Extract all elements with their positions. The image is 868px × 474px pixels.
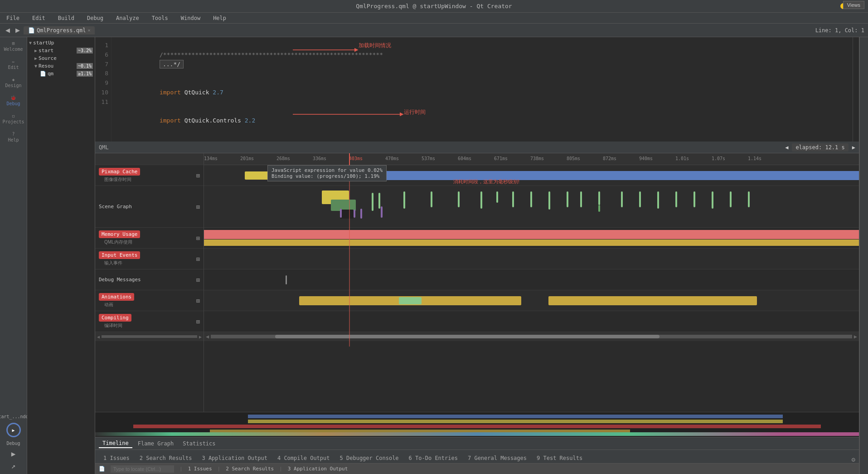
timeline-content: Pixmap Cache 图像缓存时间 ⊞ Scene Graph ⊞ bbox=[95, 153, 859, 412]
profiler-tab[interactable]: QML bbox=[99, 144, 109, 151]
tab-todo[interactable]: 6 To-Do Entries bbox=[404, 453, 462, 463]
memory-expand[interactable]: ⊞ bbox=[196, 235, 200, 242]
project-tree: ▼ startUp ▶ start ~3.2% ▶ Source ▼ Resou bbox=[27, 37, 95, 79]
file-tab[interactable]: 📄 QmlProgress.qml ✕ bbox=[24, 26, 95, 34]
anim-label: Animations bbox=[99, 293, 134, 301]
track-label-input: Input Events 输入事件 ⊞ bbox=[95, 249, 204, 269]
center-column: 1 6 7 8 9 10 11 /***********************… bbox=[95, 37, 859, 474]
right-sidebar bbox=[859, 37, 868, 474]
menu-analyze[interactable]: Analyze bbox=[113, 14, 142, 22]
ruler-940: 940ms bbox=[639, 156, 653, 161]
scene-expand[interactable]: ⊞ bbox=[196, 203, 200, 210]
anim-bar-2 bbox=[548, 296, 757, 305]
tab-compile[interactable]: 4 Compile Output bbox=[273, 453, 335, 463]
locate-input[interactable] bbox=[111, 465, 174, 473]
tree-item-startup[interactable]: ▼ startUp bbox=[29, 39, 93, 47]
fold-button[interactable]: ...*/ bbox=[160, 60, 184, 68]
scene-vbar-9 bbox=[530, 191, 532, 207]
track-debug-msg bbox=[204, 269, 859, 290]
file-tab-close[interactable]: ✕ bbox=[87, 28, 90, 33]
arrow-left[interactable]: ◀ bbox=[785, 144, 788, 151]
ruler-101: 1.01s bbox=[675, 156, 689, 161]
track-pixmap bbox=[204, 165, 859, 186]
code-line-6: import QtQuick 2.7 bbox=[117, 78, 847, 107]
tab-search-results[interactable]: 2 Search Results bbox=[135, 453, 197, 463]
status-issues: 1 Issues bbox=[188, 466, 212, 472]
sidebar-item-edit[interactable]: ✏ Edit bbox=[8, 59, 19, 70]
ruler-114: 1.14s bbox=[748, 156, 761, 161]
overview-band-1 bbox=[248, 415, 783, 418]
menu-help[interactable]: Help bbox=[210, 14, 229, 22]
sidebar-item-welcome[interactable]: ⊞ Welcome bbox=[4, 41, 23, 52]
tab-flamegraph[interactable]: Flame Graph bbox=[134, 440, 177, 448]
nav-forward-button[interactable]: ▶ bbox=[14, 26, 22, 34]
compile-expand[interactable]: ⊞ bbox=[196, 318, 200, 325]
overview-band-2 bbox=[248, 420, 783, 423]
arrow-right[interactable]: ▶ bbox=[852, 144, 855, 151]
tab-timeline[interactable]: Timeline bbox=[99, 439, 132, 448]
track-memory bbox=[204, 228, 859, 249]
tree-item-qml[interactable]: 📄 qm bbox=[29, 70, 53, 78]
tree-item-resou[interactable]: ▼ Resou bbox=[29, 62, 53, 70]
menu-build[interactable]: Build bbox=[55, 14, 77, 22]
menu-bar: File Edit Build Debug Analyze Tools Wind… bbox=[0, 13, 868, 24]
sidebar-item-projects[interactable]: ◻ Projects bbox=[2, 113, 24, 124]
pixmap-expand[interactable]: ⊞ bbox=[196, 172, 200, 179]
scene-purple-1 bbox=[340, 209, 342, 218]
memory-sublabel: QML内存使用 bbox=[99, 239, 140, 245]
timeline-tracks[interactable]: 134ms 201ms 268ms 336ms 403ms 470ms 537m… bbox=[204, 153, 859, 412]
tab-settings-icon[interactable]: ⚙ bbox=[852, 456, 855, 463]
left-sidebar: ⊞ Welcome ✏ Edit ◈ Design 🐞 Debug ◻ Proj… bbox=[0, 37, 27, 474]
input-sublabel: 输入事件 bbox=[99, 260, 140, 266]
track-label-pixmap: Pixmap Cache 图像缓存时间 ⊞ bbox=[95, 165, 204, 186]
code-section: 1 6 7 8 9 10 11 /***********************… bbox=[95, 37, 859, 142]
tab-test[interactable]: 9 Test Results bbox=[532, 453, 587, 463]
tab-app-output[interactable]: 3 Application Output bbox=[197, 453, 272, 463]
h-scrollbar-thumb[interactable] bbox=[275, 335, 660, 338]
sidebar-item-help[interactable]: ? Help bbox=[8, 132, 19, 142]
ruler-201: 201ms bbox=[240, 156, 254, 161]
debug-label-row: Debug Messages bbox=[99, 277, 141, 283]
h-scrollbar[interactable]: ◀ ▶ bbox=[204, 332, 859, 341]
scene-vbar-13 bbox=[598, 191, 600, 205]
scene-vbar-6 bbox=[480, 191, 482, 209]
debug-circle-icon[interactable]: ▶ bbox=[6, 423, 21, 437]
tree-item-source[interactable]: ▶ Source bbox=[29, 54, 93, 62]
code-content[interactable]: /***************************************… bbox=[112, 37, 853, 142]
run-icon[interactable]: ▶ bbox=[11, 450, 16, 458]
sidebar-item-design[interactable]: ◈ Design bbox=[5, 77, 21, 88]
menu-edit[interactable]: Edit bbox=[29, 14, 48, 22]
ruler-537: 537ms bbox=[422, 156, 435, 161]
projects-icon: ◻ bbox=[12, 113, 15, 118]
compile-sublabel: 编译时间 bbox=[99, 323, 131, 329]
nav-back-button[interactable]: ◀ bbox=[4, 26, 12, 34]
menu-file[interactable]: File bbox=[4, 14, 22, 22]
menu-tools[interactable]: Tools bbox=[149, 14, 171, 22]
scene-vbar-p1 bbox=[381, 206, 383, 218]
scene-vbar-18 bbox=[693, 191, 695, 207]
ruler-134: 134ms bbox=[204, 156, 218, 161]
tree-item-start[interactable]: ▶ start bbox=[29, 47, 53, 54]
track-scene bbox=[204, 186, 859, 228]
tab-issues[interactable]: 1 Issues bbox=[99, 453, 134, 463]
design-icon: ◈ bbox=[12, 77, 15, 82]
scene-vbar-7 bbox=[496, 191, 498, 203]
menu-debug[interactable]: Debug bbox=[84, 14, 106, 22]
scene-purple-3 bbox=[360, 209, 362, 219]
pixmap-bar-1 bbox=[245, 171, 281, 180]
anim-bar-green bbox=[399, 297, 422, 304]
scene-label: Scene Graph bbox=[99, 204, 132, 210]
scene-vbar-2 bbox=[378, 193, 380, 209]
input-expand[interactable]: ⊞ bbox=[196, 255, 200, 263]
step-icon[interactable]: ↗ bbox=[11, 462, 16, 470]
anim-expand[interactable]: ⊞ bbox=[196, 297, 200, 304]
ruler-604: 604ms bbox=[458, 156, 471, 161]
sidebar-item-debug[interactable]: 🐞 Debug bbox=[6, 95, 20, 106]
menu-window[interactable]: Window bbox=[178, 14, 203, 22]
tab-debugger[interactable]: 5 Debugger Console bbox=[335, 453, 403, 463]
tab-statistics[interactable]: Statistics bbox=[179, 440, 219, 448]
debug-expand[interactable]: ⊞ bbox=[196, 276, 200, 283]
tab-general[interactable]: 7 General Messages bbox=[463, 453, 531, 463]
elapsed-text: elapsed: 12.1 s bbox=[792, 143, 848, 151]
debug-window-label: start_...ndow bbox=[0, 414, 31, 419]
